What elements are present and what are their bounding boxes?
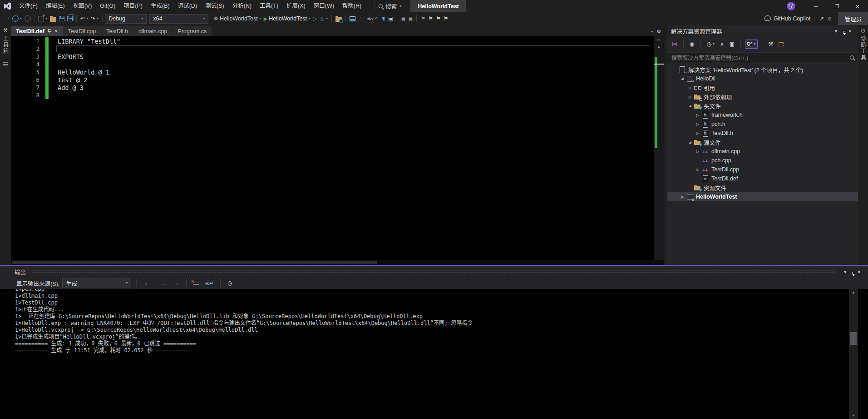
switch-views-button[interactable]: ⋈ xyxy=(670,40,679,49)
menubar-item[interactable]: 窗口(W) xyxy=(310,0,338,12)
user-avatar[interactable] xyxy=(787,2,795,10)
editor-tab[interactable]: TestDll.h xyxy=(101,26,133,36)
menubar-item[interactable]: 分析(N) xyxy=(228,0,256,12)
indent-decrease-button[interactable]: ≣ xyxy=(399,14,407,24)
panel-splitter[interactable] xyxy=(664,25,667,265)
open-file-button[interactable] xyxy=(49,14,58,24)
menubar-item[interactable]: 工具(T) xyxy=(256,0,282,12)
navigate-forward-button[interactable]: → xyxy=(23,14,32,24)
close-button[interactable]: × xyxy=(847,0,868,12)
tree-expander-icon[interactable]: ▷ xyxy=(686,95,694,99)
menubar-item[interactable]: 扩展(X) xyxy=(282,0,310,12)
home-button[interactable]: ◉ xyxy=(688,40,696,49)
spell-check-button[interactable]: abc✓ xyxy=(366,14,376,24)
browse-files-button[interactable] xyxy=(334,14,343,24)
tree-expander-icon[interactable]: ▷ xyxy=(686,86,694,90)
start-without-debugging-button[interactable]: ▷ xyxy=(311,14,318,24)
tree-item[interactable]: ▷HelloWorldTest xyxy=(667,192,858,201)
active-document-title[interactable]: HelloWorldTest xyxy=(410,0,466,12)
hot-reload-button[interactable]: ♨▾ xyxy=(318,14,329,24)
server-explorer-icon[interactable] xyxy=(3,62,8,66)
scrollbar-track[interactable] xyxy=(849,296,858,412)
next-message-button[interactable]: → xyxy=(172,279,181,288)
tree-expander-icon[interactable]: ▷ xyxy=(694,131,701,135)
tree-item[interactable]: TestDll.def xyxy=(667,174,858,183)
tab-options-gear-icon[interactable]: ⚙ xyxy=(656,29,661,34)
code-line[interactable]: 1LIBRARY "TestDll" xyxy=(11,37,654,45)
editor-vertical-scrollbar[interactable]: ═ ▲ ▼ xyxy=(654,36,664,265)
output-source-dropdown[interactable]: 生成▾ xyxy=(62,279,131,288)
new-project-button[interactable]: ▾ xyxy=(37,14,49,24)
tree-item[interactable]: ▷引用 xyxy=(667,83,858,92)
close-icon[interactable]: × xyxy=(54,28,58,35)
solution-platform-dropdown[interactable]: x64▾ xyxy=(149,14,208,24)
window-position-button[interactable]: ▾ xyxy=(832,29,840,34)
tree-item[interactable]: ▷framework.h xyxy=(667,110,858,120)
window-position-button[interactable]: ▾ xyxy=(841,269,849,274)
live-share-button[interactable]: ↗ xyxy=(818,14,825,24)
code-area[interactable]: 1LIBRARY "TestDll"23EXPORTS45HelloWorld … xyxy=(11,36,654,265)
split-window-grip[interactable]: ═ xyxy=(657,36,660,43)
scroll-up-icon[interactable]: ▲ xyxy=(852,289,855,296)
pending-changes-filter-button[interactable]: ◷▾ xyxy=(705,40,716,49)
redo-button[interactable]: ↷▾ xyxy=(89,14,100,24)
code-line[interactable]: 2 xyxy=(11,45,654,53)
toolbar-grip[interactable]: ⋮⋮ xyxy=(358,16,365,21)
jump-to-last-message-button[interactable]: ↧ xyxy=(142,279,150,288)
tree-item[interactable]: ▷dllmain.cpp xyxy=(667,147,858,156)
clear-all-button[interactable] xyxy=(192,279,201,288)
code-line[interactable]: 7Add @ 3 xyxy=(11,84,654,91)
code-editor[interactable]: 1LIBRARY "TestDll"23EXPORTS45HelloWorld … xyxy=(11,36,664,265)
maximize-button[interactable] xyxy=(826,0,847,12)
scrollbar-thumb[interactable] xyxy=(850,332,857,345)
indent-increase-button[interactable]: ≣ xyxy=(407,14,414,24)
diagnostics-icon[interactable]: ◷ xyxy=(861,28,865,33)
undo-button[interactable]: ↶▾ xyxy=(79,14,89,24)
window-layout-button[interactable] xyxy=(348,14,357,24)
tree-expander-icon[interactable]: ◢ xyxy=(686,140,694,144)
editor-horizontal-scrollbar[interactable] xyxy=(11,260,664,265)
solution-configuration-dropdown[interactable]: Debug▾ xyxy=(105,14,147,24)
preview-selected-items-button[interactable] xyxy=(777,40,785,49)
feedback-button[interactable]: ☺ xyxy=(825,14,833,24)
menubar-item[interactable]: 视图(V) xyxy=(69,0,96,12)
output-content[interactable]: 1>pch.cpp1>dllmain.cpp1>TestDll.cpp1>正在生… xyxy=(0,289,868,419)
panel-drag-grip[interactable] xyxy=(31,270,836,274)
editor-tab[interactable]: Program.cs xyxy=(173,26,212,36)
menubar-item[interactable]: 测试(S) xyxy=(201,0,228,12)
search-box[interactable]: 搜索 ▾ xyxy=(375,2,405,10)
tree-item[interactable]: ▷TestDll.h xyxy=(667,129,858,138)
code-line[interactable]: 6Test @ 2 xyxy=(11,76,654,84)
output-vertical-scrollbar[interactable]: ▲ ▼ xyxy=(849,289,858,419)
scroll-up-icon[interactable]: ▲ xyxy=(657,43,661,50)
scroll-down-icon[interactable]: ▼ xyxy=(852,412,855,419)
save-button[interactable] xyxy=(58,14,66,24)
menubar-item[interactable]: 项目(P) xyxy=(119,0,147,12)
tree-expander-icon[interactable]: ▷ xyxy=(679,195,686,199)
active-files-dropdown-icon[interactable]: ▾ xyxy=(651,30,653,34)
tree-item[interactable]: ◢HelloDll xyxy=(667,74,858,83)
solution-search-input[interactable]: 搜索解决方案资源管理器(Ctrl+;) xyxy=(668,52,858,62)
tree-item[interactable]: 资源文件 xyxy=(667,183,858,192)
close-panel-button[interactable]: × xyxy=(854,269,863,275)
toolbox-tab[interactable]: 工具箱 xyxy=(2,35,10,55)
diagnostics-tab[interactable]: 诊断工具 xyxy=(859,35,867,61)
toggle-bookmark-button[interactable]: ⚑ xyxy=(419,14,427,24)
menubar-item[interactable]: 生成(B) xyxy=(147,0,174,12)
tree-item[interactable]: 解决方案 'HelloWorldTest' (2 个项目，共 2 个) xyxy=(667,65,858,74)
tree-expander-icon[interactable]: ▷ xyxy=(694,122,701,126)
toolbox-icon[interactable]: ⚒ xyxy=(3,28,8,33)
close-panel-button[interactable]: × xyxy=(845,28,854,35)
github-copilot-button[interactable]: GitHub Copilot xyxy=(764,15,810,22)
tree-item[interactable]: ▷TestDll.cpp xyxy=(667,165,858,174)
word-wrap-button[interactable]: ab↩ xyxy=(203,279,215,288)
code-line[interactable]: 4 xyxy=(11,60,654,68)
editor-tab[interactable]: TestDll.def× xyxy=(11,26,63,36)
prev-bookmark-button[interactable]: ⚑ xyxy=(427,14,434,24)
sync-with-active-document-button[interactable]: ▾ xyxy=(745,40,758,49)
navigate-back-button[interactable]: ←▾ xyxy=(11,14,23,24)
pin-icon[interactable] xyxy=(48,29,51,34)
scrollbar-thumb[interactable] xyxy=(12,261,377,264)
tree-item[interactable]: ◢头文件 xyxy=(667,101,858,110)
clear-bookmarks-button[interactable]: ⚑ xyxy=(442,14,450,24)
